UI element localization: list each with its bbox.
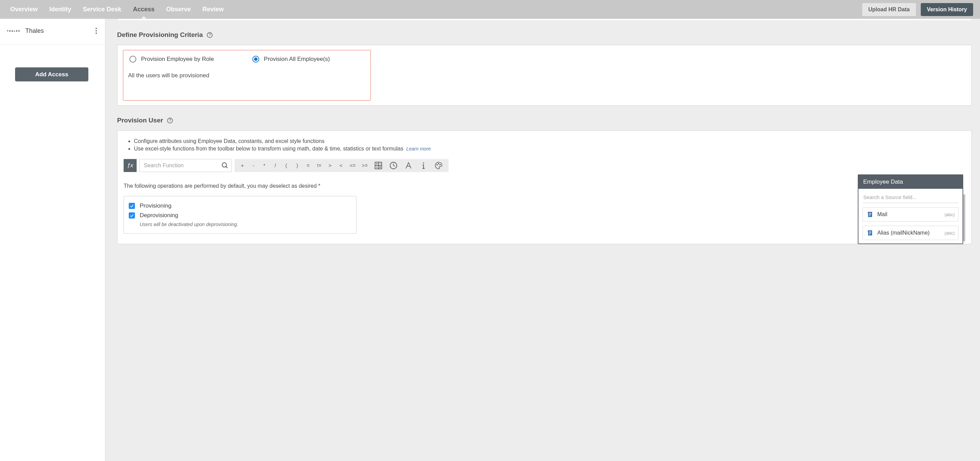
palette-icon[interactable] (434, 161, 443, 170)
field-type: (abc) (944, 230, 955, 236)
tab-identity[interactable]: Identity (49, 0, 71, 19)
criteria-card: Provision Employee by Role Provision All… (117, 45, 972, 106)
field-card-mail[interactable]: Mail (abc) (862, 207, 958, 222)
op-multiply[interactable]: * (262, 162, 267, 168)
operators-bar: + - * / ( ) = != > < <= >= (235, 159, 449, 172)
op-divide[interactable]: / (273, 162, 278, 168)
checkbox-deprovisioning[interactable] (129, 212, 135, 219)
version-history-button[interactable]: Version History (921, 3, 973, 16)
tab-overview[interactable]: Overview (10, 0, 38, 19)
op-gte[interactable]: >= (362, 162, 368, 168)
field-card-alias[interactable]: Alias (mailNickName) (abc) (862, 226, 958, 240)
tab-observe[interactable]: Observe (166, 0, 191, 19)
op-paren-open[interactable]: ( (284, 162, 289, 168)
upload-hr-data-button[interactable]: Upload HR Data (862, 3, 916, 16)
fx-label: ƒx (124, 159, 137, 172)
tab-review[interactable]: Review (202, 0, 224, 19)
checkbox-label: Provisioning (140, 203, 172, 209)
svg-point-19 (437, 165, 438, 165)
content: Define Provisioning Criteria ? Provision… (105, 19, 980, 461)
radio-label: Provision Employee by Role (141, 56, 214, 63)
op-paren-close[interactable]: ) (295, 162, 300, 168)
top-nav: Overview Identity Service Desk Access Ob… (0, 0, 980, 19)
help-icon[interactable]: ? (167, 118, 173, 124)
previous-card-edge (117, 19, 972, 20)
employee-data-panel: Employee Data Mail (abc) Alia (858, 174, 963, 244)
op-greater[interactable]: > (328, 162, 332, 168)
formula-bar: ƒx + - * / ( ) = != > < (124, 159, 965, 172)
field-icon (866, 210, 874, 219)
svg-point-21 (440, 165, 440, 165)
text-icon[interactable] (404, 161, 413, 170)
learn-more-link[interactable]: Learn more (406, 146, 431, 152)
checkbox-provisioning[interactable] (129, 203, 135, 209)
criteria-description: All the users will be provisioned (127, 72, 366, 79)
function-search[interactable] (139, 159, 232, 172)
field-name: Alias (mailNickName) (877, 230, 930, 236)
svg-point-0 (222, 163, 227, 167)
criteria-title: Define Provisioning Criteria (117, 31, 203, 39)
radio-provision-by-role[interactable]: Provision Employee by Role (129, 56, 214, 63)
radio-label: Provision All Employee(s) (264, 56, 330, 63)
svg-point-20 (438, 163, 439, 164)
op-plus[interactable]: + (240, 162, 245, 168)
radio-provision-all[interactable]: Provision All Employee(s) (252, 56, 330, 63)
provision-bullet-1: Configure attributes using Employee Data… (134, 138, 965, 145)
field-name: Mail (877, 211, 887, 217)
op-lte[interactable]: <= (350, 162, 356, 168)
field-type: (abc) (944, 212, 955, 217)
clock-icon[interactable] (389, 161, 398, 170)
tab-service-desk[interactable]: Service Desk (83, 0, 121, 19)
provision-card: Configure attributes using Employee Data… (117, 130, 972, 244)
sidebar: THALES Thales Add Access (0, 19, 105, 461)
add-access-button[interactable]: Add Access (15, 67, 88, 81)
employee-data-search-input[interactable] (862, 192, 958, 203)
info-icon[interactable] (419, 161, 428, 170)
deprovisioning-subtext: Users will be deactivated upon deprovisi… (140, 222, 351, 227)
criteria-highlight-box: Provision Employee by Role Provision All… (123, 50, 371, 101)
math-icon[interactable] (374, 161, 383, 170)
company-logo: THALES (7, 30, 21, 32)
checkbox-label: Deprovisioning (140, 212, 178, 219)
provision-bullet-2: Use excel-style functions from the toolb… (134, 145, 965, 152)
radio-icon (129, 56, 136, 63)
help-icon[interactable]: ? (207, 32, 213, 38)
svg-line-1 (226, 166, 228, 168)
op-less[interactable]: < (339, 162, 344, 168)
nav-tabs: Overview Identity Service Desk Access Ob… (10, 0, 224, 19)
company-name: Thales (25, 27, 44, 35)
operations-note: The following operations are performed b… (124, 183, 965, 189)
function-search-input[interactable] (140, 162, 231, 169)
op-not-equal[interactable]: != (317, 162, 321, 168)
company-row: THALES Thales (0, 19, 105, 44)
operations-box: Provisioning Deprovisioning Users will b… (124, 196, 356, 234)
employee-data-header: Employee Data (858, 175, 963, 189)
scrollbar[interactable] (963, 194, 965, 241)
field-icon (866, 229, 874, 237)
svg-line-13 (393, 166, 395, 166)
search-icon (221, 162, 229, 169)
op-minus[interactable]: - (251, 162, 256, 168)
radio-icon (252, 56, 259, 63)
more-menu-icon[interactable] (94, 25, 99, 36)
provision-user-title: Provision User (117, 117, 163, 124)
tab-access[interactable]: Access (133, 0, 154, 19)
op-equal[interactable]: = (306, 162, 310, 168)
svg-point-15 (423, 162, 424, 163)
